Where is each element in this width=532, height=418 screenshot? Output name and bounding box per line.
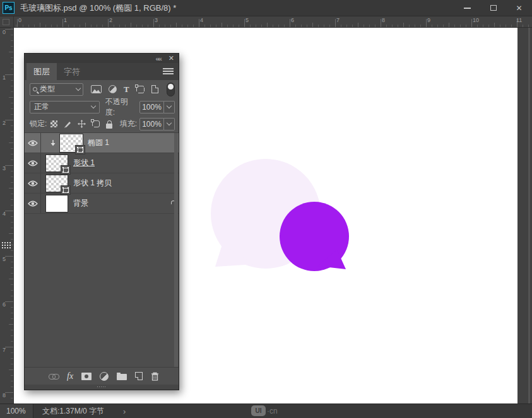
lock-artboard-icon[interactable] — [92, 120, 100, 127]
status-options-chevron[interactable]: › — [123, 407, 126, 416]
titlebar: Ps 毛玻璃图标.psd @ 100% (椭圆 1, RGB/8) * ✕ — [0, 0, 532, 16]
layer-row-shape-1[interactable]: 形状 1 — [25, 153, 179, 173]
statusbar: 100% 文档:1.37M/0 字节 › UI ·cn — [0, 403, 532, 418]
fill-dropdown-button[interactable] — [164, 118, 175, 131]
new-group-icon[interactable] — [117, 374, 127, 380]
close-button[interactable]: ✕ — [506, 0, 532, 16]
blend-mode-select[interactable]: 正常 — [30, 101, 100, 113]
layer-row-background[interactable]: 背景 — [25, 194, 179, 214]
opacity-input[interactable]: 100% — [139, 101, 164, 113]
window-edge-strip — [517, 28, 532, 403]
ruler-number: 1 — [3, 74, 6, 81]
layer-name[interactable]: 形状 1 — [73, 158, 95, 168]
type-filter-icon[interactable]: T — [124, 85, 129, 93]
new-layer-icon[interactable] — [135, 372, 143, 380]
visibility-toggle[interactable] — [25, 194, 41, 213]
visibility-toggle[interactable] — [25, 173, 41, 193]
collapse-to-icons-icon[interactable]: «« — [156, 55, 161, 62]
window-controls: ✕ — [454, 0, 532, 16]
tab-layers[interactable]: 图层 — [27, 63, 57, 80]
lock-row: 锁定: 填充: 100% — [25, 115, 179, 132]
ruler-number: 0 — [3, 29, 6, 35]
ruler-number: 11 — [516, 17, 522, 23]
panel-tabs: 图层 字符 — [25, 63, 179, 80]
document-size-info: 文档:1.37M/0 字节 — [42, 406, 104, 417]
ruler-number: 7 — [336, 17, 340, 23]
visibility-toggle[interactable] — [25, 153, 41, 173]
watermark-suffix: ·cn — [267, 407, 278, 415]
window-title: 毛玻璃图标.psd @ 100% (椭圆 1, RGB/8) * — [20, 3, 176, 14]
ruler-number: 4 — [200, 17, 203, 23]
ruler-number: 9 — [427, 17, 430, 23]
panel-close-icon[interactable]: ✕ — [168, 54, 174, 62]
lock-all-icon[interactable] — [106, 124, 112, 129]
panel-resize-edge[interactable] — [25, 385, 179, 390]
vector-mask-badge-icon — [76, 146, 85, 154]
zoom-level-input[interactable]: 100% — [0, 404, 33, 418]
search-icon — [33, 87, 37, 91]
layer-thumbnail[interactable] — [46, 175, 68, 192]
eye-icon — [28, 200, 38, 207]
filter-type-label: 类型 — [40, 84, 55, 95]
blend-mode-row: 正常 不透明度: 100% — [25, 98, 179, 115]
lock-pixels-icon[interactable] — [64, 120, 71, 128]
visibility-toggle[interactable] — [25, 133, 41, 153]
layer-name[interactable]: 背景 — [73, 198, 88, 209]
shape-filter-icon[interactable] — [136, 86, 145, 93]
filter-toggle[interactable] — [167, 83, 175, 96]
panel-drag-bar[interactable]: «« ✕ — [25, 54, 179, 63]
filter-type-dropdown[interactable]: 类型 — [30, 83, 83, 96]
ruler-number: 6 — [3, 301, 6, 308]
layer-thumbnail[interactable] — [61, 135, 82, 151]
chevron-down-icon — [91, 103, 96, 108]
vector-mask-badge-icon — [61, 166, 70, 174]
tab-character[interactable]: 字符 — [57, 63, 87, 80]
delete-layer-icon[interactable] — [151, 372, 159, 381]
ruler-marker — [1, 241, 12, 250]
lock-position-icon[interactable] — [78, 120, 86, 128]
layers-panel-toolbar: fx — [25, 367, 179, 385]
smart-object-filter-icon[interactable] — [151, 85, 158, 93]
fill-label: 填充: — [120, 119, 137, 129]
layer-filter-row: 类型 T — [25, 80, 179, 98]
layer-row-ellipse-1[interactable]: 椭圆 1 — [25, 133, 179, 153]
opacity-label: 不透明度: — [105, 96, 137, 118]
maximize-icon — [490, 5, 497, 11]
chevron-down-icon — [167, 120, 172, 125]
add-layer-mask-icon[interactable] — [81, 373, 92, 380]
ruler-horizontal[interactable]: 0 1 2 3 4 5 6 7 8 9 10 11 — [0, 16, 532, 28]
adjustment-filter-icon[interactable] — [109, 85, 117, 93]
layer-thumbnail[interactable] — [46, 155, 68, 171]
ruler-number: 2 — [3, 120, 6, 126]
opacity-dropdown-button[interactable] — [164, 101, 175, 113]
fill-input[interactable]: 100% — [139, 118, 164, 131]
pixel-filter-icon[interactable] — [91, 85, 102, 93]
ruler-number: 6 — [291, 17, 294, 23]
vector-mask-badge-icon — [61, 186, 70, 194]
ruler-number: 8 — [3, 392, 6, 398]
layer-name[interactable]: 椭圆 1 — [88, 137, 109, 148]
maximize-button[interactable] — [480, 0, 506, 16]
new-adjustment-layer-icon[interactable] — [100, 372, 109, 381]
ruler-vertical[interactable]: 0 1 2 3 4 5 6 7 8 — [0, 28, 14, 403]
ruler-number: 5 — [3, 256, 6, 262]
layer-row-shape-1-copy[interactable]: 形状 1 拷贝 — [25, 173, 179, 194]
panel-menu-icon[interactable] — [163, 68, 174, 76]
eye-icon — [28, 140, 38, 146]
eye-icon — [28, 160, 38, 166]
lock-transparency-icon[interactable] — [50, 120, 57, 127]
ruler-number: 1 — [64, 17, 67, 23]
layer-name[interactable]: 形状 1 拷贝 — [73, 178, 112, 189]
eye-icon — [28, 180, 38, 187]
chevron-down-icon — [167, 103, 172, 108]
layers-panel: «« ✕ 图层 字符 类型 T 正常 不透明度: 100% — [24, 53, 179, 390]
ruler-origin-box[interactable] — [0, 16, 14, 28]
resize-grip-icon — [97, 386, 107, 388]
layer-style-fx-icon[interactable]: fx — [67, 372, 73, 381]
layer-list: 椭圆 1 形状 1 形状 1 拷贝 — [25, 132, 179, 367]
minimize-button[interactable] — [454, 0, 480, 16]
ruler-number: 2 — [109, 17, 112, 23]
layer-thumbnail[interactable] — [46, 195, 68, 212]
link-layers-icon[interactable] — [49, 374, 59, 379]
ruler-number: 8 — [382, 17, 385, 23]
